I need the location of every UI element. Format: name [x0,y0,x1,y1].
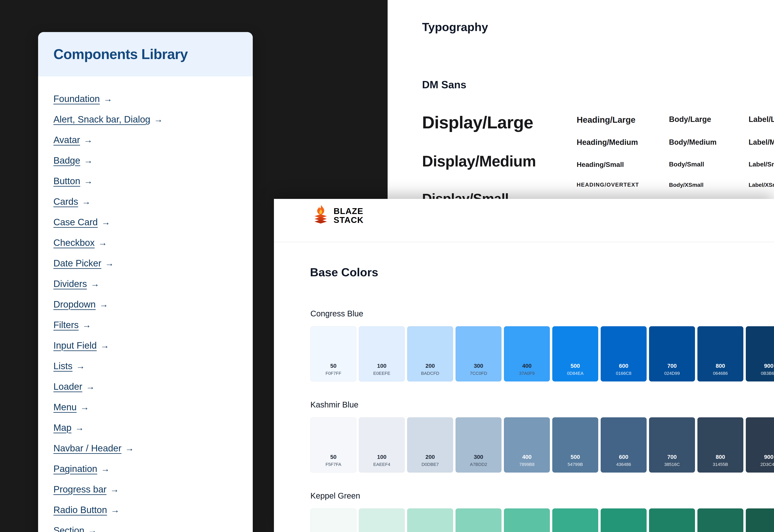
arrow-right-icon: → [101,217,110,227]
sidebar-item-label[interactable]: Date Picker [53,258,101,269]
sidebar-item-dropdown[interactable]: Dropdown→ [53,294,241,315]
swatch-hex-label: 54799B [568,462,583,467]
arrow-right-icon: → [86,381,95,392]
palette-name: Keppel Green [310,491,774,500]
sidebar-item-label[interactable]: Checkbox [53,237,95,248]
sidebar-item-label[interactable]: Cards [53,196,78,207]
sidebar-item-label[interactable]: Pagination [53,463,97,474]
swatch-step-label: 900 [764,363,774,369]
sidebar-item-label[interactable]: Map [53,422,71,433]
sidebar-item-label[interactable]: Button [53,176,80,186]
sidebar-item-label[interactable]: Input Field [53,340,97,351]
swatch-hex-label: 0B3B69 [761,371,774,376]
sidebar-item-radio-button[interactable]: Radio Button→ [53,500,241,520]
sidebar-item-foundation[interactable]: Foundation→ [53,88,241,109]
sidebar-item-input-field[interactable]: Input Field→ [53,335,241,356]
sidebar-item-lists[interactable]: Lists→ [53,356,241,376]
sidebar-item-label[interactable]: Foundation [53,93,100,104]
arrow-right-icon: → [82,320,91,330]
swatch-step-label: 700 [667,363,677,369]
sidebar-item-label[interactable]: Case Card [53,217,98,228]
arrow-right-icon: → [76,361,85,371]
components-library-title: Components Library [53,46,188,62]
color-swatch: 80031455B [697,417,743,473]
color-swatch: 50F0F7FF [310,326,356,381]
color-swatch: 50054799B [552,417,598,473]
typography-font-name: DM Sans [422,79,466,91]
sidebar-item-section[interactable]: Section→ [53,520,241,532]
header-divider [274,242,774,242]
sidebar-item-dividers[interactable]: Dividers→ [53,273,241,294]
components-nav: Foundation→Alert, Snack bar, Dialog→Avat… [38,76,253,532]
label-style: Label/Small [749,161,774,168]
arrow-right-icon: → [101,464,110,474]
swatch-hex-label: BADCFD [421,371,439,376]
arrow-right-icon: → [84,135,93,145]
sidebar-item-menu[interactable]: Menu→ [53,397,241,417]
sidebar-item-label[interactable]: Lists [53,361,73,371]
sidebar-item-label[interactable]: Alert, Snack bar, Dialog [53,114,150,125]
palette-name: Congress Blue [310,309,774,318]
logo-wordmark: BLAZE STACK [334,207,364,224]
swatch-step-label: 200 [425,454,435,460]
swatch-hex-label: A7BDD2 [470,462,487,467]
sidebar-item-label[interactable]: Badge [53,155,80,166]
sidebar-item-filters[interactable]: Filters→ [53,315,241,335]
swatch-hex-label: 7CC0FD [470,371,487,376]
arrow-right-icon: → [98,238,107,248]
sidebar-item-loader[interactable]: Loader→ [53,376,241,397]
swatch-row: 50F0F7FF100E0EEFE200BADCFD3007CC0FD40037… [310,326,774,381]
swatch-step-label: 600 [619,363,628,369]
palette-section: Keppel Green [310,491,774,532]
swatch-step-label: 600 [619,454,628,460]
color-swatch: 50F5F7FA [310,417,356,473]
swatch-step-label: 50 [330,454,336,460]
sidebar-item-badge[interactable]: Badge→ [53,150,241,171]
sidebar-item-date-picker[interactable]: Date Picker→ [53,253,241,273]
swatch-hex-label: 7899B8 [519,462,535,467]
flame-stack-icon [311,205,330,227]
swatch-step-label: 900 [764,454,774,460]
color-swatch [359,508,405,532]
sidebar-item-label[interactable]: Dividers [53,278,87,289]
body-style: Body/XSmall [669,182,703,188]
sidebar-item-label[interactable]: Loader [53,381,82,392]
base-colors-panel: BLAZE STACK Base Colors Congress Blue50F… [274,199,774,532]
sidebar-item-map[interactable]: Map→ [53,417,241,438]
arrow-right-icon: → [105,258,114,268]
color-swatch [746,508,774,532]
sidebar-item-button[interactable]: Button→ [53,171,241,191]
typography-section-title: Typography [422,20,488,34]
sidebar-item-checkbox[interactable]: Checkbox→ [53,232,241,253]
blaze-stack-logo: BLAZE STACK [311,205,364,227]
sidebar-item-avatar[interactable]: Avatar→ [53,130,241,150]
color-swatch: 800064686 [697,326,743,381]
sidebar-item-label[interactable]: Dropdown [53,299,96,310]
arrow-right-icon: → [99,299,108,309]
sidebar-item-progress-bar[interactable]: Progress bar→ [53,479,241,500]
swatch-step-label: 800 [716,454,725,460]
sidebar-item-cards[interactable]: Cards→ [53,191,241,212]
sidebar-item-label[interactable]: Filters [53,319,79,330]
label-style: Label/Large [749,115,774,124]
palette-section: Kashmir Blue50F5F7FA100EAEEF4200D0DBE730… [310,400,774,473]
sidebar-item-label[interactable]: Progress bar [53,484,106,495]
swatch-hex-label: 31455B [713,462,728,467]
label-style: Label/XSmall [749,182,774,188]
sidebar-item-label[interactable]: Menu [53,402,77,413]
color-swatch [407,508,453,532]
sidebar-item-navbar-header[interactable]: Navbar / Header→ [53,438,241,458]
sidebar-item-label[interactable]: Avatar [53,134,80,145]
body-style: Body/Medium [669,138,717,147]
logo-line-1: BLAZE [334,206,363,216]
logo-line-2: STACK [334,215,364,225]
sidebar-item-case-card[interactable]: Case Card→ [53,212,241,232]
arrow-right-icon: → [84,176,93,186]
sidebar-item-pagination[interactable]: Pagination→ [53,458,241,479]
design-system-page: Components Library Foundation→Alert, Sna… [0,0,774,532]
sidebar-item-label[interactable]: Navbar / Header [53,443,122,454]
heading-style: Heading/Small [577,161,624,168]
sidebar-item-label[interactable]: Radio Button [53,504,107,515]
sidebar-item-label[interactable]: Section [53,525,84,532]
sidebar-item-alert-snack-bar-dialog[interactable]: Alert, Snack bar, Dialog→ [53,109,241,130]
